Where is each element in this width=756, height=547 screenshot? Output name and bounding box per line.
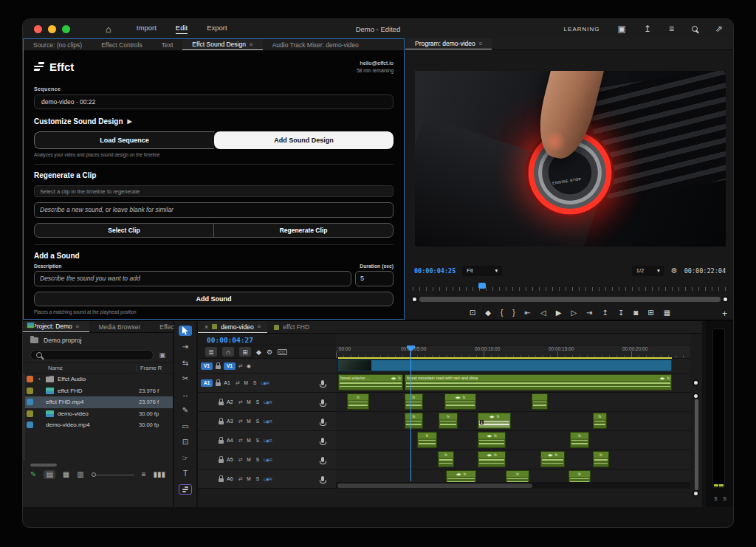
- timeline-vertical-scrollbar[interactable]: [690, 334, 702, 489]
- captions-icon[interactable]: CC: [278, 349, 287, 355]
- pan-control[interactable]: L◉R: [264, 457, 272, 462]
- audio-clip[interactable]: [532, 393, 548, 410]
- snap-icon[interactable]: ∩: [222, 347, 234, 357]
- label-color-chip[interactable]: [27, 399, 33, 405]
- sort-icon[interactable]: ≡: [142, 470, 146, 479]
- video-clip[interactable]: [338, 359, 672, 371]
- home-icon[interactable]: ⌂: [106, 24, 111, 35]
- lock-icon[interactable]: [219, 402, 224, 405]
- panel-tab[interactable]: Effect Controls: [92, 39, 152, 50]
- linked-selection-icon[interactable]: ⊞: [239, 347, 251, 357]
- ripple-edit-tool[interactable]: ⇆: [179, 357, 192, 368]
- pan-control[interactable]: L◉R: [264, 476, 272, 481]
- edit-pen-icon[interactable]: ✎: [30, 470, 36, 479]
- mute-button[interactable]: M: [246, 476, 252, 481]
- minimize-window-button[interactable]: [48, 25, 56, 33]
- audio-clip[interactable]: fx: [405, 393, 423, 410]
- pan-control[interactable]: L◉R: [264, 419, 272, 424]
- pan-control[interactable]: L◉R: [264, 399, 272, 405]
- menu-item-export[interactable]: Export: [207, 24, 227, 34]
- mute-button[interactable]: M: [246, 438, 252, 443]
- search-icon[interactable]: [692, 24, 698, 33]
- panel-menu-icon[interactable]: ≡: [258, 323, 261, 330]
- slip-tool[interactable]: ↔: [179, 389, 192, 399]
- compare-icon[interactable]: ⊞: [647, 309, 653, 317]
- solo-button[interactable]: S: [255, 419, 261, 424]
- audio-clip[interactable]: ◀▶fx: [478, 451, 506, 467]
- settings-wrench-icon[interactable]: ⚙: [267, 348, 272, 356]
- fit-dropdown[interactable]: Fit▾: [462, 266, 502, 276]
- solo-right-button[interactable]: S: [724, 496, 726, 501]
- project-item-row[interactable]: demo-video30.00 fp: [25, 408, 173, 420]
- sound-description-input[interactable]: [34, 271, 351, 286]
- workspace-icon[interactable]: ▣: [618, 24, 626, 33]
- clip-selection-field[interactable]: Select a clip in the timeline to regener…: [34, 185, 394, 197]
- learning-button[interactable]: LEARNING: [564, 26, 600, 32]
- audio-clip[interactable]: fx: [593, 451, 609, 467]
- maximize-window-button[interactable]: [62, 25, 70, 33]
- go-to-out-icon[interactable]: ⇥: [586, 309, 592, 317]
- audio-clip[interactable]: forest exterior ...◀▶fx: [338, 374, 403, 391]
- program-mini-timeline[interactable]: [413, 283, 727, 291]
- mute-button[interactable]: M: [246, 419, 252, 424]
- pan-control[interactable]: L◉R: [264, 438, 272, 443]
- settings-wrench-icon[interactable]: ⚙: [671, 266, 678, 275]
- panel-menu-icon[interactable]: ≡: [76, 323, 80, 330]
- sync-lock-icon[interactable]: ⇄: [238, 476, 243, 482]
- lock-icon[interactable]: [219, 459, 224, 463]
- panel-tab[interactable]: Effct Sound Design≡: [182, 39, 262, 50]
- export-frame-icon[interactable]: ◙: [633, 309, 638, 317]
- regenerate-description-input[interactable]: [34, 202, 394, 218]
- solo-button[interactable]: S: [252, 380, 258, 385]
- icon-view-icon[interactable]: ▦: [63, 470, 69, 479]
- comparison-view-icon[interactable]: ⊡: [470, 309, 475, 317]
- source-track-chip[interactable]: A1: [201, 379, 213, 387]
- fullscreen-icon[interactable]: ⇗: [715, 24, 723, 33]
- playback-resolution-dropdown[interactable]: 1/2▾: [632, 266, 664, 276]
- audio-clip[interactable]: ◀▶fx: [540, 451, 565, 467]
- audio-clip[interactable]: ◀▶fx1: [478, 413, 511, 429]
- project-search-input[interactable]: [30, 350, 154, 360]
- timeline-horizontal-scrollbar[interactable]: [336, 482, 690, 489]
- add-sound-design-button[interactable]: Add Sound Design: [214, 131, 394, 149]
- automate-sequence-icon[interactable]: ▮▮▮: [153, 470, 165, 479]
- close-window-button[interactable]: [34, 25, 42, 33]
- menu-item-import[interactable]: Import: [137, 24, 157, 34]
- program-monitor-tab[interactable]: Program: demo-video≡: [405, 38, 492, 49]
- voiceover-record-icon[interactable]: [321, 399, 324, 405]
- sync-lock-icon[interactable]: ⇄: [238, 457, 243, 463]
- solo-button[interactable]: S: [255, 476, 261, 481]
- lock-icon[interactable]: [216, 365, 221, 369]
- razor-tool[interactable]: ✂: [179, 374, 192, 384]
- timeline-playhead[interactable]: [410, 345, 411, 481]
- hand-tool[interactable]: ☞: [179, 453, 192, 463]
- mute-button[interactable]: M: [246, 457, 252, 462]
- panel-tab[interactable]: Text: [152, 39, 183, 50]
- sync-lock-icon[interactable]: ⇄: [238, 399, 243, 405]
- lock-icon[interactable]: [219, 440, 224, 444]
- lock-icon[interactable]: [219, 421, 224, 424]
- lock-icon[interactable]: [216, 382, 221, 386]
- voiceover-record-icon[interactable]: [321, 380, 324, 385]
- audio-clip[interactable]: fx: [570, 432, 589, 448]
- voiceover-record-icon[interactable]: [321, 457, 324, 462]
- sync-lock-icon[interactable]: ⇄: [238, 438, 243, 444]
- panel-tab[interactable]: Audio Track Mixer: demo-video: [263, 39, 368, 50]
- label-color-chip[interactable]: [27, 388, 33, 394]
- timeline-ruler[interactable]: :00:0000:00:05:0000:00:10:0000:00:15:000…: [336, 345, 690, 359]
- extract-icon[interactable]: ↧: [618, 309, 624, 317]
- frame-tool[interactable]: ⊡: [179, 437, 192, 447]
- menu-item-edit[interactable]: Edit: [176, 24, 188, 34]
- go-to-in-icon[interactable]: ⇤: [525, 309, 531, 317]
- mark-out-icon[interactable]: }: [512, 309, 515, 317]
- step-forward-icon[interactable]: ▷: [571, 309, 577, 317]
- solo-button[interactable]: S: [255, 399, 261, 405]
- audio-clip[interactable]: ◀▶fx: [444, 393, 476, 410]
- sequence-tab[interactable]: effct FHD: [267, 321, 316, 333]
- sync-lock-icon[interactable]: ⇄: [238, 419, 243, 424]
- sequence-tab[interactable]: ×demo-video≡: [198, 321, 267, 333]
- close-tab-icon[interactable]: ×: [205, 323, 208, 331]
- solo-left-button[interactable]: S: [714, 496, 717, 501]
- track-select-forward-tool[interactable]: ⇥: [179, 342, 192, 352]
- audio-clip[interactable]: ◀▶fx: [478, 432, 506, 448]
